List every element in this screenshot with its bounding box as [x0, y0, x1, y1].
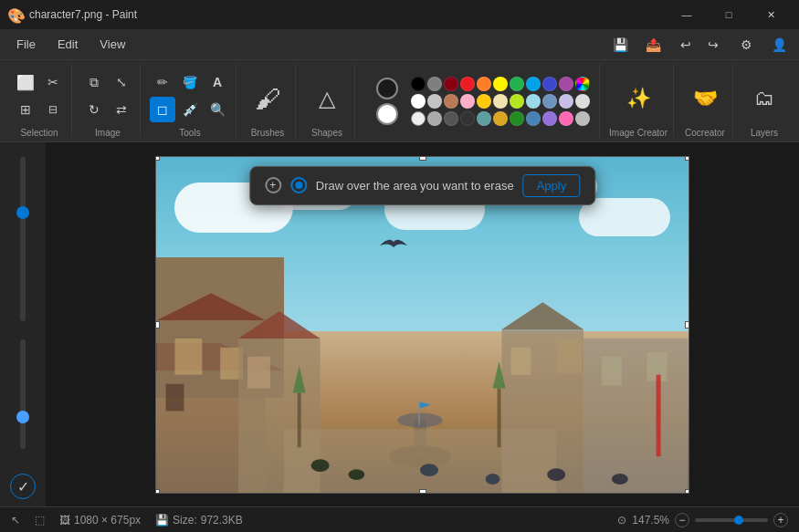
handle-left-mid[interactable] — [155, 321, 160, 329]
rotate-button[interactable]: ↻ — [81, 97, 107, 122]
apply-button[interactable]: Apply — [523, 174, 581, 197]
color-steelblue2[interactable] — [526, 111, 541, 126]
settings-button[interactable]: ⚙ — [733, 32, 759, 57]
color-rainbow[interactable] — [575, 77, 590, 91]
filesize-item: 💾 Size: 972.3KB — [155, 514, 243, 527]
fill-button[interactable]: 🪣 — [177, 69, 203, 95]
disk-icon: 💾 — [155, 514, 169, 527]
color-mediumpurple[interactable] — [542, 111, 557, 126]
close-button[interactable]: ✕ — [750, 0, 792, 29]
canvas[interactable]: + Draw over the area you want to erase A… — [155, 156, 689, 494]
opacity-thumb[interactable] — [16, 411, 29, 423]
color-picker-button[interactable]: 💉 — [177, 97, 203, 122]
brush-size-track[interactable] — [20, 157, 26, 321]
color-gray[interactable] — [427, 77, 442, 91]
handle-top-right[interactable] — [685, 156, 689, 161]
erase-add-icon[interactable]: + — [265, 177, 281, 193]
svg-rect-31 — [657, 374, 661, 456]
opacity-track[interactable] — [20, 339, 26, 449]
zoom-slider-thumb[interactable] — [734, 516, 743, 525]
main-colors — [376, 78, 398, 125]
zoom-in-button[interactable]: + — [773, 513, 788, 527]
zoom-out-button[interactable]: − — [675, 513, 689, 527]
svg-marker-12 — [502, 302, 584, 329]
handle-bottom-left[interactable] — [155, 489, 160, 494]
magnify-button[interactable]: 🔍 — [205, 97, 230, 122]
redo-button[interactable]: ↪ — [700, 32, 726, 57]
eraser-button[interactable]: ◻ — [150, 97, 175, 122]
color-palette — [407, 75, 594, 128]
color-lightcyan[interactable] — [526, 94, 541, 109]
zoom-slider-track[interactable] — [695, 518, 768, 522]
handle-top-mid[interactable] — [419, 156, 426, 161]
tool-option-button[interactable]: ✓ — [10, 474, 36, 499]
free-select-button[interactable]: ✂ — [40, 69, 66, 95]
account-button[interactable]: 👤 — [766, 32, 792, 57]
color-lime[interactable] — [510, 94, 524, 109]
size-label: Size: — [173, 514, 197, 527]
menu-file[interactable]: File — [7, 34, 45, 55]
brush-size-thumb[interactable] — [16, 206, 29, 219]
select-all-button[interactable]: ⊞ — [13, 97, 38, 122]
color-hotpink[interactable] — [559, 111, 573, 126]
color-blue[interactable] — [542, 77, 557, 91]
shapes-button[interactable]: △ — [305, 75, 349, 122]
menu-actions: 💾 📤 ↩ ↪ ⚙ 👤 — [607, 32, 792, 57]
menu-edit[interactable]: Edit — [48, 34, 87, 55]
color-goldenrod[interactable] — [493, 111, 508, 126]
pencil-button[interactable]: ✏ — [150, 69, 175, 95]
color-lightgray[interactable] — [427, 94, 442, 109]
pointer-icon: ↖ — [11, 514, 20, 527]
color-yellow[interactable] — [493, 77, 508, 91]
undo-button[interactable]: ↩ — [673, 32, 699, 57]
color-lightwhite[interactable] — [411, 111, 426, 126]
color-white[interactable] — [411, 94, 426, 109]
primary-color-swatch[interactable] — [376, 78, 398, 99]
color-darkred[interactable] — [444, 77, 458, 91]
canvas-area[interactable]: + Draw over the area you want to erase A… — [46, 142, 799, 506]
resize-button[interactable]: ⤡ — [109, 69, 134, 95]
color-lavender[interactable] — [559, 94, 573, 109]
color-extra[interactable] — [575, 94, 590, 109]
color-charcoal[interactable] — [460, 111, 475, 126]
text-button[interactable]: A — [205, 69, 230, 95]
rect-select-button[interactable]: ⬜ — [13, 69, 38, 95]
image-creator-button[interactable]: ✨ — [616, 75, 660, 122]
color-red[interactable] — [460, 77, 475, 91]
invert-select-button[interactable]: ⊟ — [40, 97, 66, 122]
handle-bottom-mid[interactable] — [419, 489, 426, 494]
color-purple[interactable] — [559, 77, 573, 91]
maximize-button[interactable]: □ — [708, 0, 750, 29]
crop-button[interactable]: ⧉ — [81, 69, 107, 95]
handle-bottom-right[interactable] — [685, 489, 689, 494]
color-row-1 — [411, 77, 590, 91]
svg-point-20 — [348, 469, 364, 480]
ribbon-group-tools: ✏ 🪣 A ◻ 💉 🔍 Tools — [144, 64, 237, 138]
color-forestgreen[interactable] — [510, 111, 524, 126]
color-gold[interactable] — [477, 94, 491, 109]
color-darkgray[interactable] — [444, 111, 458, 126]
color-steelblue[interactable] — [542, 94, 557, 109]
color-green[interactable] — [510, 77, 524, 91]
color-pink[interactable] — [460, 94, 475, 109]
handle-right-mid[interactable] — [685, 321, 689, 329]
brush-button[interactable]: 🖌 — [246, 75, 289, 122]
secondary-color-swatch[interactable] — [376, 103, 398, 125]
color-orange[interactable] — [477, 77, 491, 91]
color-cream[interactable] — [493, 94, 508, 109]
flip-button[interactable]: ⇄ — [109, 97, 134, 122]
share-button[interactable]: 📤 — [640, 32, 666, 57]
minimize-button[interactable]: — — [666, 0, 708, 29]
layers-button[interactable]: 🗂 — [742, 75, 786, 122]
color-teal[interactable] — [477, 111, 491, 126]
color-black[interactable] — [411, 77, 426, 91]
cocreator-button[interactable]: 🤝 — [683, 75, 727, 122]
erase-radio-1[interactable] — [290, 177, 307, 193]
color-medgray[interactable] — [427, 111, 442, 126]
color-cyan[interactable] — [526, 77, 541, 91]
save-button[interactable]: 💾 — [607, 32, 633, 57]
menu-view[interactable]: View — [90, 34, 134, 55]
color-extra2[interactable] — [575, 111, 590, 126]
color-brown[interactable] — [444, 94, 458, 109]
handle-top-left[interactable] — [155, 156, 160, 161]
